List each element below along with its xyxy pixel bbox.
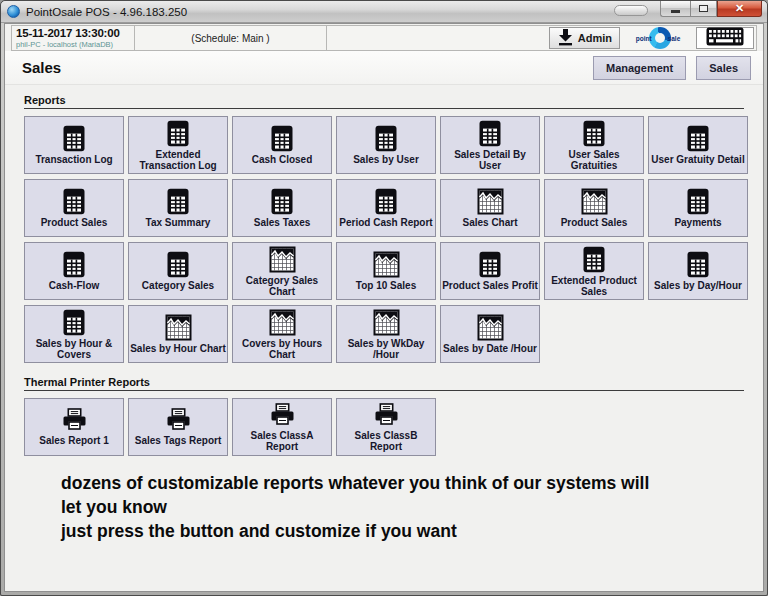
report-button-label: Sales by Date /Hour [443,343,537,354]
chart-icon [581,188,608,215]
report-button-label: Product Sales [561,217,628,228]
table-icon [478,120,502,147]
report-button-tax-summary[interactable]: Tax Summary [128,179,228,237]
table-icon [582,120,606,147]
chart-icon [477,188,504,215]
topbar: 15-11-2017 13:30:00 phil-PC - localhost … [11,25,757,51]
report-button-sales-detail-by-user[interactable]: Sales Detail By User [440,116,540,174]
caption-line: just press the button and customize if y… [61,519,744,543]
report-button-product-sales[interactable]: Product Sales [24,179,124,237]
titlebar: PointOsale POS - 4.96.183.250 ✕ [1,1,767,23]
table-icon [686,251,710,278]
titlebar-extra-button[interactable] [614,5,648,16]
nav-sales-button[interactable]: Sales [696,56,751,80]
report-button-user-sales-gratuities[interactable]: User Sales Gratuities [544,116,644,174]
report-button-label: Transaction Log [35,154,112,165]
report-button-category-sales[interactable]: Category Sales [128,242,228,300]
report-button-cash-flow[interactable]: Cash-Flow [24,242,124,300]
report-button-payments[interactable]: Payments [648,179,748,237]
report-button-extended-transaction-log[interactable]: Extended Transaction Log [128,116,228,174]
caption-text: dozens of customizable reports whatever … [61,471,744,543]
window-title: PointOsale POS - 4.96.183.250 [26,6,187,18]
report-button-label: Sales ClassB Report [338,430,434,452]
report-button-product-sales-2[interactable]: Product Sales [544,179,644,237]
report-button-label: Sales by Hour Chart [130,343,226,354]
table-icon [270,188,294,215]
table-icon [374,188,398,215]
section-grid: Sales Report 1Sales Tags ReportSales Cla… [24,398,744,456]
report-button-extended-product-sales[interactable]: Extended Product Sales [544,242,644,300]
report-button-label: Period Cash Report [339,217,432,228]
report-button-sales-taxes[interactable]: Sales Taxes [232,179,332,237]
section-title: Reports [24,94,744,109]
table-icon [478,251,502,278]
table-icon [62,309,86,336]
schedule-value: (Schedule: Main ) [191,33,269,44]
keyboard-button[interactable] [696,27,754,49]
report-button-label: Extended Transaction Log [130,149,226,171]
caption-line: let you know [61,495,744,519]
report-button-label: Sales by WkDay /Hour [338,338,434,360]
chart-icon [373,309,400,336]
admin-button[interactable]: Admin [549,27,620,49]
report-button-sales-by-wkday-hour[interactable]: Sales by WkDay /Hour [336,305,436,363]
host-value: phil-PC - localhost (MariaDB) [16,40,130,49]
report-button-label: Extended Product Sales [546,275,642,297]
report-button-cash-closed[interactable]: Cash Closed [232,116,332,174]
report-button-sales-classb-report[interactable]: Sales ClassB Report [336,398,436,456]
report-button-label: Sales Taxes [254,217,311,228]
maximize-icon [699,5,708,12]
sections: ReportsTransaction LogExtended Transacti… [24,94,744,456]
table-icon [62,251,86,278]
report-button-label: Covers by Hours Chart [234,338,330,360]
table-icon [270,125,294,152]
printer-icon [373,403,400,428]
report-button-sales-by-day-hour[interactable]: Sales by Day/Hour [648,242,748,300]
section-grid: Transaction LogExtended Transaction LogC… [24,116,744,363]
maximize-button[interactable] [690,1,717,17]
report-button-label: Sales Tags Report [135,435,222,446]
section-thermal-printer-reports: Thermal Printer ReportsSales Report 1Sal… [24,376,744,456]
report-button-period-cash-report[interactable]: Period Cash Report [336,179,436,237]
report-button-transaction-log[interactable]: Transaction Log [24,116,124,174]
minimize-button[interactable] [660,1,690,17]
report-button-label: Payments [674,217,721,228]
topbar-right: Admin point sale [327,25,757,51]
datetime-value: 15-11-2017 13:30:00 [16,27,130,39]
report-button-label: Top 10 Sales [356,280,416,291]
app-window: PointOsale POS - 4.96.183.250 ✕ 15-11-20… [0,0,768,596]
close-button[interactable]: ✕ [717,1,762,17]
report-button-product-sales-profit[interactable]: Product Sales Profit [440,242,540,300]
report-button-sales-tags-report[interactable]: Sales Tags Report [128,398,228,456]
report-button-sales-classa-report[interactable]: Sales ClassA Report [232,398,332,456]
nav-management-button[interactable]: Management [593,56,686,80]
page-body: ReportsTransaction LogExtended Transacti… [5,85,763,591]
table-icon [582,246,606,273]
report-button-label: Sales by User [353,154,419,165]
report-button-sales-by-hour-covers[interactable]: Sales by Hour & Covers [24,305,124,363]
report-button-sales-by-user[interactable]: Sales by User [336,116,436,174]
report-button-label: Sales by Day/Hour [654,280,742,291]
chart-icon [477,314,504,341]
report-button-user-gratuity-detail[interactable]: User Gratuity Detail [648,116,748,174]
chart-icon [269,309,296,336]
report-button-label: Sales Report 1 [39,435,108,446]
minimize-icon [671,10,680,13]
admin-label: Admin [578,32,612,44]
app-icon [7,5,20,18]
table-icon [686,188,710,215]
report-button-label: Cash-Flow [49,280,100,291]
report-button-sales-by-date-hour[interactable]: Sales by Date /Hour [440,305,540,363]
printer-icon [269,403,296,428]
chart-icon [165,314,192,341]
page-header: Sales Management Sales [5,51,763,85]
table-icon [62,125,86,152]
report-button-covers-by-hours-chart[interactable]: Covers by Hours Chart [232,305,332,363]
download-arrow-icon [557,28,574,48]
report-button-sales-report-1[interactable]: Sales Report 1 [24,398,124,456]
report-button-sales-by-hour-chart[interactable]: Sales by Hour Chart [128,305,228,363]
report-button-category-sales-chart[interactable]: Category Sales Chart [232,242,332,300]
report-button-label: Product Sales [41,217,108,228]
report-button-top-10-sales[interactable]: Top 10 Sales [336,242,436,300]
report-button-sales-chart[interactable]: Sales Chart [440,179,540,237]
